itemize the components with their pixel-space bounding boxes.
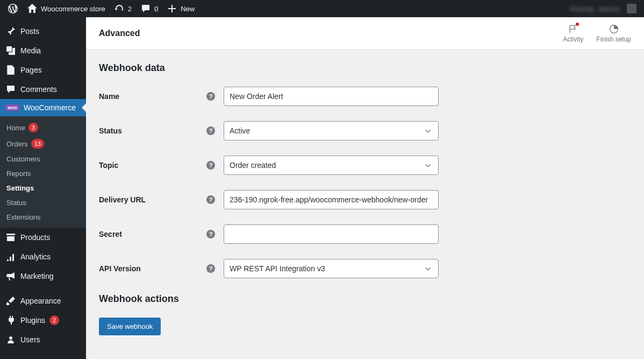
submenu-customers[interactable]: Customers	[0, 152, 86, 166]
home-icon	[27, 3, 38, 14]
sidebar-item-media[interactable]: Media	[0, 41, 86, 60]
users-icon	[5, 334, 16, 345]
name-input[interactable]	[224, 87, 439, 106]
sidebar-item-woocommerce[interactable]: woo WooCommerce	[0, 99, 86, 116]
user-display: Howdy, admin	[570, 5, 620, 13]
chevron-down-icon	[423, 126, 433, 136]
woo-icon: woo	[5, 104, 19, 111]
topic-select[interactable]: Order created	[224, 156, 439, 175]
sidebar-label: Comments	[20, 85, 57, 94]
sidebar-label: Posts	[20, 27, 39, 36]
sidebar-label: Marketing	[20, 272, 53, 280]
submenu-label: Status	[6, 199, 26, 207]
submenu-label: Reports	[6, 170, 31, 178]
submenu-label: Orders	[6, 140, 28, 148]
help-icon[interactable]: ?	[206, 230, 215, 238]
plus-icon	[167, 3, 177, 14]
archive-icon	[5, 232, 16, 243]
field-name: Name ?	[99, 87, 631, 106]
activity-button[interactable]: Activity	[563, 24, 583, 43]
sidebar-label: WooCommerce	[24, 103, 76, 112]
sidebar-item-pages[interactable]: Pages	[0, 60, 86, 80]
api-version-select[interactable]: WP REST API Integration v3	[224, 259, 439, 278]
chevron-down-icon	[423, 160, 433, 170]
sidebar-item-products[interactable]: Products	[0, 228, 86, 247]
delivery-url-input[interactable]	[224, 190, 439, 209]
wordpress-icon	[8, 3, 18, 14]
help-icon[interactable]: ?	[206, 126, 215, 135]
save-webhook-button[interactable]: Save webhook	[99, 318, 161, 335]
help-icon[interactable]: ?	[206, 264, 215, 273]
actions-heading: Webhook actions	[99, 293, 631, 305]
sidebar-item-dashboard[interactable]	[0, 17, 86, 22]
field-label: API Version	[99, 264, 206, 273]
comment-icon	[140, 3, 151, 14]
field-label: Delivery URL	[99, 195, 206, 204]
sidebar-item-users[interactable]: Users	[0, 330, 86, 349]
sidebar-item-posts[interactable]: Posts	[0, 22, 86, 41]
submenu-label: Extensions	[6, 213, 41, 221]
brush-icon	[5, 295, 16, 306]
status-select[interactable]: Active	[224, 121, 439, 140]
section-heading: Webhook data	[99, 62, 631, 74]
admin-bar: Woocommerce store 2 0 New Howdy, admin	[0, 0, 644, 17]
media-icon	[5, 45, 16, 56]
sidebar-label: Appearance	[20, 297, 61, 305]
finish-setup-button[interactable]: Finish setup	[596, 24, 631, 43]
topbar-action-label: Activity	[563, 36, 583, 43]
megaphone-icon	[5, 271, 16, 281]
submenu-label: Home	[6, 124, 25, 132]
user-account-link[interactable]: Howdy, admin	[566, 0, 641, 17]
submenu-home[interactable]: Home 3	[0, 119, 86, 136]
secret-input[interactable]	[224, 224, 439, 244]
page-icon	[5, 65, 16, 75]
notification-dot-icon	[576, 23, 579, 26]
new-content-link[interactable]: New	[162, 0, 199, 17]
sidebar-label: Plugins	[20, 316, 45, 325]
sidebar-label: Pages	[20, 66, 42, 74]
field-topic: Topic ? Order created	[99, 156, 631, 175]
progress-icon	[609, 24, 619, 34]
sidebar-item-appearance[interactable]: Appearance	[0, 291, 86, 311]
sidebar-item-analytics[interactable]: Analytics	[0, 247, 86, 266]
comments-link[interactable]: 0	[136, 0, 162, 17]
wp-logo[interactable]	[3, 0, 23, 17]
help-icon[interactable]: ?	[206, 161, 215, 170]
submenu-orders[interactable]: Orders 13	[0, 136, 86, 152]
select-value: WP REST API Integration v3	[230, 264, 325, 273]
sidebar-item-plugins[interactable]: Plugins 2	[0, 311, 86, 330]
new-label: New	[181, 5, 195, 13]
sidebar-item-marketing[interactable]: Marketing	[0, 266, 86, 286]
sidebar-label: Users	[20, 335, 40, 344]
updates-count: 2	[128, 5, 132, 13]
submenu-label: Settings	[6, 184, 34, 192]
adminbar-right: Howdy, admin	[566, 0, 641, 17]
badge: 2	[49, 315, 59, 325]
submenu-settings[interactable]: Settings	[0, 181, 86, 195]
field-delivery-url: Delivery URL ?	[99, 190, 631, 209]
pin-icon	[5, 26, 16, 37]
submenu-extensions[interactable]: Extensions	[0, 210, 86, 224]
avatar	[627, 4, 636, 13]
select-value: Active	[230, 126, 250, 135]
field-api-version: API Version ? WP REST API Integration v3	[99, 259, 631, 278]
submenu-reports[interactable]: Reports	[0, 166, 86, 181]
page-topbar: Advanced Activity Finish setup	[86, 17, 644, 50]
main-content: Advanced Activity Finish setup Webhook d…	[86, 17, 644, 359]
updates-link[interactable]: 2	[110, 0, 136, 17]
topbar-actions: Activity Finish setup	[563, 24, 631, 43]
sidebar-item-comments[interactable]: Comments	[0, 80, 86, 99]
site-name-link[interactable]: Woocommerce store	[23, 0, 110, 17]
comment-icon	[5, 84, 16, 95]
sidebar-label: Media	[20, 46, 41, 55]
field-secret: Secret ?	[99, 224, 631, 244]
field-status: Status ? Active	[99, 121, 631, 140]
select-value: Order created	[230, 161, 276, 170]
field-label: Name	[99, 92, 206, 101]
site-name: Woocommerce store	[41, 5, 105, 13]
sidebar-label: Analytics	[20, 252, 51, 261]
woocommerce-submenu: Home 3 Orders 13 Customers Reports Setti…	[0, 116, 86, 228]
help-icon[interactable]: ?	[206, 92, 215, 101]
help-icon[interactable]: ?	[206, 195, 215, 204]
submenu-status[interactable]: Status	[0, 195, 86, 210]
